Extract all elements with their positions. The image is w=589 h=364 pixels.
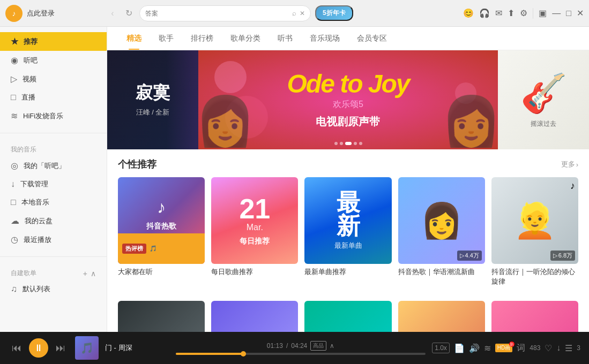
- settings-icon[interactable]: ⚙: [520, 8, 527, 18]
- banner-area: 寂寞 汪峰 / 全新 Ode to Joy 欢乐颂5 电视剧原声带: [107, 50, 589, 149]
- dot-4: [354, 142, 357, 145]
- next-button[interactable]: ⏭: [53, 340, 69, 356]
- star-icon: ★: [11, 36, 18, 47]
- card-popular[interactable]: 👩 ▷ 4.4万 抖音热歌｜华语潮流新曲: [398, 177, 485, 287]
- maximize-icon[interactable]: □: [566, 9, 571, 18]
- tab-charts[interactable]: 排行榜: [182, 27, 222, 50]
- sidebar-item-my-podcast[interactable]: ◎ 我的「听吧」: [0, 156, 107, 175]
- minimize-icon[interactable]: —: [552, 9, 561, 18]
- card-image-1: ♪ 抖音热歌 一键随心听 热评榜 🎵: [118, 177, 205, 264]
- personal-section: 个性推荐 更多 › ♪ 抖音热歌 一键随心听: [107, 149, 589, 292]
- sidebar-item-recent[interactable]: ◷ 最近播放: [0, 230, 107, 249]
- banner-right[interactable]: 🎸 摇滚过去: [498, 50, 589, 149]
- hot-badge-sub: 🎵: [150, 245, 157, 252]
- tab-playlists[interactable]: 歌单分类: [222, 27, 269, 50]
- quality-arrow: ∧: [330, 342, 334, 350]
- my-music-label: 我的音乐: [0, 141, 107, 156]
- sidebar-label-recent: 最近播放: [24, 235, 51, 245]
- card-daily[interactable]: 21 Mar. 每日推荐 每日歌曲推荐: [211, 177, 298, 287]
- close-icon[interactable]: ✕: [577, 8, 584, 18]
- sidebar-item-video[interactable]: ▷ 视频: [0, 70, 107, 88]
- equalizer-icon[interactable]: ≋: [484, 343, 491, 353]
- card-9[interactable]: 🎤: [398, 301, 485, 332]
- back-button[interactable]: ‹: [106, 7, 119, 20]
- card-7[interactable]: 🎶: [211, 301, 298, 332]
- banner-right-content: 🎸 摇滚过去: [520, 71, 567, 128]
- card-10[interactable]: 🎸: [491, 301, 578, 332]
- bottom-player: ⏮ ⏸ ⏭ 🎵 门 - 周深 01:13 / 04:24 高品 ∧ 1.0x 📄…: [0, 332, 589, 364]
- speed-button[interactable]: 1.0x: [432, 343, 450, 353]
- sidebar-item-local[interactable]: □ 本地音乐: [0, 193, 107, 211]
- add-playlist-icon[interactable]: +: [83, 269, 87, 278]
- download-btn-icon[interactable]: ↓: [556, 343, 561, 353]
- list-icon: ♫: [11, 284, 17, 294]
- song-thumbnail[interactable]: 🎵: [75, 336, 99, 360]
- like-icon[interactable]: ♡: [545, 343, 552, 353]
- new-title: 最新单曲: [334, 241, 362, 251]
- card-label-4: 抖音热歌｜华语潮流新曲: [398, 267, 485, 277]
- mail-icon[interactable]: ✉: [495, 8, 502, 18]
- podcast-icon: ◉: [11, 55, 18, 65]
- collapse-playlist-icon[interactable]: ∧: [91, 269, 96, 278]
- prev-button[interactable]: ⏮: [9, 340, 25, 356]
- card-image-5: 👱 ▷ 6.8万 ♪: [491, 177, 578, 264]
- card-image-10: 🎸: [491, 301, 578, 332]
- refresh-button[interactable]: ↻: [122, 7, 135, 20]
- card-label-3: 最新单曲推荐: [304, 267, 391, 277]
- tab-vip[interactable]: 会员专区: [348, 27, 396, 50]
- login-text[interactable]: 点此登录: [27, 9, 55, 18]
- user-icon[interactable]: 😊: [463, 8, 474, 18]
- card-image-8: ▶: [304, 301, 391, 332]
- sidebar-item-podcast[interactable]: ◉ 听吧: [0, 51, 107, 70]
- sidebar-item-cloud[interactable]: ☁ 我的云盘: [0, 211, 107, 230]
- share-icon[interactable]: ⬆: [508, 8, 515, 18]
- lyrics-icon[interactable]: 📄: [454, 343, 465, 353]
- my-music-section: 我的音乐 ◎ 我的「听吧」 ↓ 下载管理 □ 本地音乐 ☁ 我的云盘 ◷ 最近播…: [0, 135, 107, 254]
- recent-icon: ◷: [11, 234, 18, 245]
- top-icons: 😊 🎧 ✉ ⬆ ⚙ ▣ — □ ✕: [463, 8, 584, 19]
- logo-area: ♪ 点此登录: [5, 5, 102, 22]
- hifi-new-badge: 新: [509, 342, 515, 347]
- card-image-3: 最 新 最新单曲: [304, 177, 391, 264]
- more-link[interactable]: 更多 ›: [561, 160, 578, 169]
- quality-badge[interactable]: 高品: [310, 341, 326, 351]
- sidebar-item-default-list[interactable]: ♫ 默认列表: [0, 280, 107, 298]
- sidebar-label-my-podcast: 我的「听吧」: [24, 161, 65, 171]
- tab-live[interactable]: 音乐现场: [301, 27, 348, 50]
- tab-artists[interactable]: 歌手: [150, 27, 182, 50]
- sidebar-item-recommend[interactable]: ★ 推荐: [0, 32, 107, 51]
- banner-center[interactable]: Ode to Joy 欢乐颂5 电视剧原声带 👩 👩: [198, 50, 498, 149]
- card-new-single[interactable]: 最 新 最新单曲 最新单曲推荐: [304, 177, 391, 287]
- banner-left[interactable]: 寂寞 汪峰 / 全新: [107, 50, 198, 149]
- pause-button[interactable]: ⏸: [29, 338, 48, 358]
- vip-badge[interactable]: 5折年卡: [315, 5, 353, 21]
- card-tiktok-hot[interactable]: ♪ 抖音热歌 一键随心听 热评榜 🎵 大家都在听: [118, 177, 205, 287]
- tab-audiobooks[interactable]: 听书: [269, 27, 301, 50]
- cloud-icon: ☁: [11, 216, 19, 226]
- ode-title: Ode to Joy: [287, 71, 409, 97]
- clear-icon[interactable]: ✕: [300, 10, 305, 17]
- search-input[interactable]: [145, 10, 289, 17]
- sidebar-item-live[interactable]: □ 直播: [0, 88, 107, 107]
- progress-bar[interactable]: [176, 353, 426, 355]
- hifi-badge[interactable]: HD画 新: [495, 344, 512, 352]
- headphone-icon[interactable]: 🎧: [479, 8, 490, 18]
- second-row-section: 🎵 🎶 ▶ 🎤: [107, 292, 589, 332]
- volume-icon[interactable]: 🔊: [469, 343, 480, 353]
- sidebar-label-download: 下载管理: [20, 179, 48, 189]
- card-6[interactable]: 🎵: [118, 301, 205, 332]
- sidebar-item-hifi[interactable]: ≋ HiFi发烧音乐: [0, 107, 107, 125]
- personal-title: 个性推荐: [118, 158, 156, 171]
- card-trending[interactable]: 👱 ▷ 6.8万 ♪ 抖音流行｜一听沦陷的倾心旋律: [491, 177, 578, 287]
- words-icon[interactable]: 词: [517, 343, 525, 354]
- tab-featured[interactable]: 精选: [118, 27, 150, 50]
- card-7-icon: 🎶: [211, 301, 298, 332]
- playlist-actions: + ∧: [83, 269, 96, 278]
- sidebar-item-download[interactable]: ↓ 下载管理: [0, 175, 107, 193]
- app-logo: ♪: [5, 5, 23, 22]
- playlist-icon[interactable]: ☰: [565, 343, 572, 353]
- miniplayer-icon[interactable]: ▣: [539, 8, 547, 18]
- card-8[interactable]: ▶: [304, 301, 391, 332]
- sidebar-label-podcast: 听吧: [24, 56, 38, 65]
- hot-badge: 热评榜: [122, 244, 146, 254]
